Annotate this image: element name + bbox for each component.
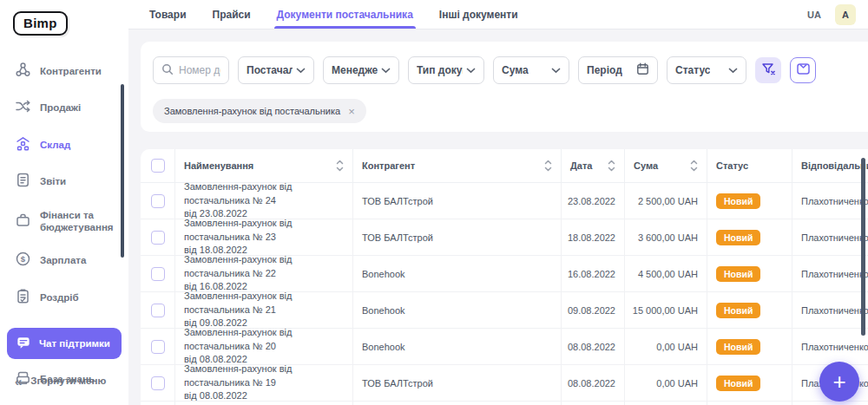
sidebar-scrollbar[interactable] (121, 84, 124, 258)
finance-briefcase-icon (15, 212, 31, 231)
mail-button[interactable] (790, 57, 816, 83)
select-all-checkbox[interactable] (151, 159, 165, 173)
sort-icon[interactable] (544, 160, 552, 172)
table-row[interactable]: Замовлення-рахунок від постачальника № 2… (141, 329, 868, 365)
table-row[interactable]: Замовлення-рахунок від постачальника № 2… (141, 183, 868, 219)
sidebar: Bimp Контрагенти Продажі (0, 0, 128, 405)
main-area: Товари Прайси Документи постачальника Ін… (128, 0, 868, 405)
clear-filters-button[interactable] (755, 57, 781, 83)
documents-table: Найменування Контрагент Дата Сума Статус… (141, 149, 868, 405)
table-row[interactable]: Замовлення-рахунок від постачальника № 2… (141, 256, 868, 292)
sort-icon[interactable] (690, 160, 698, 172)
cell-contragent: Bonehook (353, 329, 562, 364)
sidebar-item-label: Звіти (40, 175, 66, 187)
status-badge: Новий (716, 303, 760, 318)
cell-sum: 0,00 UAH (625, 365, 707, 401)
row-checkbox[interactable] (151, 231, 165, 245)
sidebar-item-label: Склад (40, 139, 70, 151)
cell-contragent: ТОВ БАЛТстрой (353, 219, 562, 255)
period-picker[interactable]: Період (578, 56, 658, 84)
filter-chip: Замовлення-рахунок від постачальника × (153, 99, 366, 123)
search-icon (161, 63, 174, 78)
cell-contragent: Bonehook (353, 256, 562, 291)
topbar: Товари Прайси Документи постачальника Ін… (128, 0, 868, 29)
row-checkbox[interactable] (151, 194, 165, 208)
table-row[interactable]: Замовлення-рахунок від постачальника № 1… (141, 365, 868, 402)
sidebar-item-salary[interactable]: $ Зарплата (0, 242, 128, 278)
row-checkbox[interactable] (151, 340, 165, 354)
sort-icon[interactable] (336, 160, 344, 172)
status-badge: Новий (716, 230, 760, 245)
sort-icon[interactable] (608, 160, 615, 172)
sidebar-item-sales[interactable]: Продажі (0, 89, 128, 126)
avatar[interactable]: A (835, 4, 856, 25)
chevron-down-icon (466, 64, 476, 76)
chat-bubble-icon (16, 335, 31, 352)
sidebar-item-retail[interactable]: Роздріб (0, 279, 128, 316)
chip-close-icon[interactable]: × (348, 106, 355, 117)
search-input[interactable] (179, 64, 220, 76)
add-document-fab[interactable]: + (819, 362, 859, 402)
collapse-menu-button[interactable]: « Згорнути меню (0, 366, 128, 396)
row-checkbox[interactable] (151, 267, 165, 281)
collapse-menu-label: Згорнути меню (30, 375, 106, 387)
status-dropdown[interactable]: Статус (667, 56, 746, 84)
cell-date: 18.08.2022 (562, 219, 625, 255)
cell-name: Замовлення-рахунок від постачальника № 1… (175, 365, 353, 401)
row-checkbox[interactable] (151, 376, 165, 390)
filter-panel: Постачал Менедже Тип докум (141, 42, 868, 132)
document-number-search[interactable] (153, 56, 229, 84)
table-header-row: Найменування Контрагент Дата Сума Статус… (141, 149, 868, 183)
supplier-dropdown[interactable]: Постачал (238, 56, 314, 84)
cell-sum: 2 500,00 UAH (625, 183, 707, 219)
cell-name: Замовлення-рахунок від постачальника № 2… (175, 292, 353, 328)
brand-logo: Bimp (13, 11, 68, 36)
tab-goods[interactable]: Товари (149, 0, 187, 29)
active-filters-row: Замовлення-рахунок від постачальника × (153, 99, 856, 123)
app-window: Bimp Контрагенти Продажі (0, 0, 868, 405)
sidebar-item-label: Фінанси та бюджетування (40, 209, 123, 234)
sidebar-item-warehouse[interactable]: Склад (0, 127, 128, 163)
sidebar-item-contractors[interactable]: Контрагенти (0, 53, 128, 89)
cell-sum: 15 000,00 UAH (625, 292, 707, 328)
sidebar-item-finance[interactable]: Фінанси та бюджетування (0, 200, 128, 243)
chevron-down-icon (551, 64, 561, 76)
column-header-name: Найменування (184, 160, 253, 171)
svg-text:$: $ (21, 254, 26, 264)
tab-supplier-documents[interactable]: Документи постачальника (277, 0, 413, 29)
sidebar-item-support-chat[interactable]: Чат підтримки (7, 328, 122, 359)
tab-prices[interactable]: Прайси (213, 0, 251, 29)
content-area: Постачал Менедже Тип докум (128, 29, 868, 405)
table-row[interactable]: Замовлення-рахунок від постачальника № 2… (141, 292, 868, 329)
row-checkbox[interactable] (151, 304, 165, 317)
envelope-icon (796, 62, 811, 80)
sales-shuffle-icon (15, 98, 31, 117)
sidebar-item-label: Зарплата (40, 254, 86, 266)
status-badge: Новий (716, 193, 760, 209)
document-type-dropdown[interactable]: Тип докум (408, 56, 484, 84)
filter-controls-row: Постачал Менедже Тип докум (153, 56, 856, 84)
status-badge: Новий (716, 339, 760, 355)
tab-other-documents[interactable]: Інші документи (439, 0, 518, 29)
cell-date: 09.08.2022 (562, 292, 625, 328)
manager-dropdown[interactable]: Менедже (323, 56, 399, 84)
cell-name: Замовлення-рахунок від постачальника № 2… (175, 183, 353, 219)
language-switcher[interactable]: UA (807, 10, 821, 20)
filter-clear-icon (761, 62, 776, 80)
cell-responsible: Плахотниченко (792, 183, 868, 219)
cell-date: 16.08.2022 (562, 256, 625, 291)
cell-date: 08.08.2022 (562, 365, 625, 401)
sidebar-item-label: Чат підтримки (39, 338, 110, 349)
report-document-icon (15, 172, 31, 191)
cell-responsible: Плахотниченко (792, 292, 868, 328)
sidebar-item-reports[interactable]: Звіти (0, 163, 128, 199)
table-row[interactable]: Замовлення-рахунок від постачальника № 2… (141, 219, 868, 256)
column-header-sum: Сума (634, 160, 658, 171)
column-header-status: Статус (716, 160, 748, 171)
topbar-right: UA A (807, 4, 856, 25)
filter-chip-label: Замовлення-рахунок від постачальника (164, 106, 340, 116)
cell-contragent: ТОВ БАЛТстрой (353, 183, 562, 219)
chevron-down-icon (296, 64, 306, 76)
sum-dropdown[interactable]: Сума (493, 56, 569, 84)
table-scrollbar[interactable] (861, 158, 865, 336)
